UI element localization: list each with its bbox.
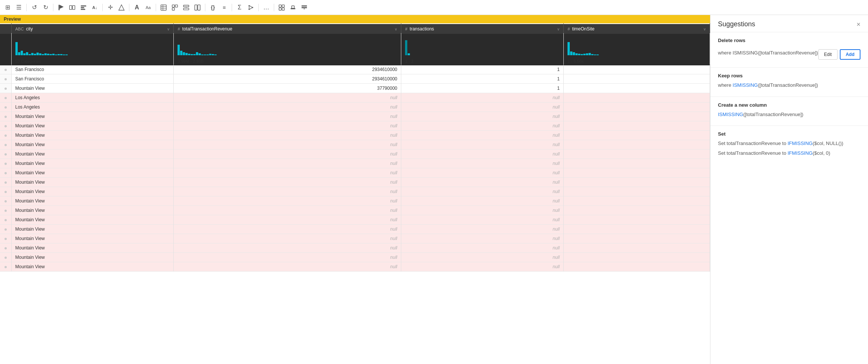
ifmissing-null-link[interactable]: IFMISSING xyxy=(788,140,812,146)
svg-rect-5 xyxy=(81,9,85,10)
histogram-transactions xyxy=(401,34,564,57)
cell-city: Mountain View xyxy=(11,178,174,187)
undo-icon[interactable]: ↺ xyxy=(30,3,39,12)
transform-icon[interactable] xyxy=(117,3,126,12)
main-layout: Preview ABC city ∨ # tota xyxy=(0,15,868,364)
delete-rows-text: where ISMISSING([totalTransactionRevenue… xyxy=(718,49,818,57)
table-row: Mountain Viewnullnull xyxy=(0,225,710,234)
text-icon[interactable]: A xyxy=(132,3,141,12)
col-header-timeonsite[interactable]: # timeOnSite ∨ xyxy=(564,24,710,34)
cell-transactions: null xyxy=(401,93,564,103)
cell-city: Mountain View xyxy=(11,150,174,159)
row-num xyxy=(0,65,11,74)
cell-revenue: null xyxy=(174,159,401,168)
col-label-city: city xyxy=(26,26,33,32)
cell-revenue: null xyxy=(174,168,401,178)
row-num xyxy=(0,93,11,103)
table-icon[interactable] xyxy=(159,3,168,12)
col-sort-timeonsite[interactable]: ∨ xyxy=(703,27,706,31)
svg-rect-33 xyxy=(303,8,305,9)
cell-timeonsite xyxy=(564,121,710,131)
cell-revenue: null xyxy=(174,178,401,187)
col-label-transactions: transactions xyxy=(410,26,434,32)
merge-rows-icon[interactable] xyxy=(182,3,191,12)
svg-rect-28 xyxy=(282,8,284,10)
suggestions-header: Suggestions × xyxy=(710,15,868,32)
table-row: Mountain Viewnullnull xyxy=(0,253,710,262)
stats-row: 53 Categories 3.99M - 2.93B 1 - 2 1 - 5.… xyxy=(0,57,710,66)
cell-transactions: null xyxy=(401,196,564,206)
table-row: Mountain Viewnullnull xyxy=(0,196,710,206)
pivot-icon[interactable] xyxy=(170,3,179,12)
data-area[interactable]: Preview ABC city ∨ # tota xyxy=(0,15,710,364)
col-header-transactions[interactable]: # transactions ∨ xyxy=(401,24,564,34)
branch-icon[interactable] xyxy=(246,3,255,12)
ifmissing-zero-link[interactable]: IFMISSING xyxy=(788,150,812,156)
row-num xyxy=(0,112,11,121)
layout-icon[interactable] xyxy=(300,3,309,12)
filter-icon[interactable]: ≡ xyxy=(220,3,229,12)
table-row: Mountain Viewnullnull xyxy=(0,159,710,168)
row-num xyxy=(0,225,11,234)
cell-timeonsite xyxy=(564,168,710,178)
col-sort-transactions[interactable]: ∨ xyxy=(557,27,560,31)
format-icon[interactable]: Aa xyxy=(144,3,153,12)
cell-revenue: null xyxy=(174,196,401,206)
more-icon[interactable]: … xyxy=(262,3,271,12)
divider-9 xyxy=(274,4,274,11)
lookup-icon[interactable] xyxy=(193,3,202,12)
row-num xyxy=(0,253,11,262)
divider-5 xyxy=(156,4,156,11)
table-row: Mountain Viewnullnull xyxy=(0,234,710,243)
close-button[interactable]: × xyxy=(856,21,860,28)
cell-revenue: null xyxy=(174,131,401,140)
row-num xyxy=(0,196,11,206)
cell-timeonsite xyxy=(564,150,710,159)
view-icon[interactable] xyxy=(277,3,286,12)
cell-revenue: null xyxy=(174,150,401,159)
cell-city: Mountain View xyxy=(11,121,174,131)
ismissing-create-link[interactable]: ISMISSING xyxy=(718,112,743,117)
move-icon[interactable]: ✛ xyxy=(106,3,115,12)
ismissing-delete-link[interactable]: ISMISSING xyxy=(733,50,758,56)
row-num xyxy=(0,243,11,253)
svg-rect-14 xyxy=(184,5,189,7)
col-header-city[interactable]: ABC city ∨ xyxy=(11,24,174,34)
cell-city: Mountain View xyxy=(11,243,174,253)
svg-point-19 xyxy=(249,5,250,6)
cell-timeonsite xyxy=(564,112,710,121)
sigma-icon[interactable]: Σ xyxy=(235,3,244,12)
ismissing-keep-link[interactable]: ISMISSING xyxy=(733,82,758,88)
cell-revenue: null xyxy=(174,112,401,121)
menu-icon[interactable]: ☰ xyxy=(14,3,23,12)
stats-transactions: 1 - 2 xyxy=(401,57,564,66)
cell-timeonsite xyxy=(564,206,710,215)
cell-revenue: null xyxy=(174,206,401,215)
redo-icon[interactable]: ↻ xyxy=(41,3,50,12)
row-num xyxy=(0,234,11,243)
cell-city: Mountain View xyxy=(11,187,174,196)
edit-button[interactable]: Edit xyxy=(818,49,838,60)
cell-transactions: null xyxy=(401,225,564,234)
cell-city: Los Angeles xyxy=(11,103,174,112)
col-type-city: ABC xyxy=(15,27,24,31)
arrange-col-icon[interactable] xyxy=(79,3,88,12)
delete-rows-item: where ISMISSING([totalTransactionRevenue… xyxy=(718,46,860,60)
split-col-icon[interactable] xyxy=(68,3,77,12)
stamp-icon[interactable] xyxy=(288,3,297,12)
flag-icon[interactable] xyxy=(56,3,65,12)
cell-timeonsite xyxy=(564,131,710,140)
curly-icon[interactable]: {} xyxy=(208,3,217,12)
grid-icon[interactable]: ⊞ xyxy=(3,3,12,12)
col-label-timeonsite: timeOnSite xyxy=(572,26,594,32)
col-header-revenue[interactable]: # totalTransactionRevenue ∨ xyxy=(174,24,401,34)
add-button[interactable]: Add xyxy=(840,49,860,60)
svg-rect-1 xyxy=(70,5,72,9)
svg-line-23 xyxy=(250,6,252,7)
cell-transactions: null xyxy=(401,159,564,168)
col-sort-revenue[interactable]: ∨ xyxy=(395,27,397,31)
sort-icon[interactable]: A↓ xyxy=(90,3,99,12)
cell-transactions: null xyxy=(401,121,564,131)
cell-timeonsite xyxy=(564,243,710,253)
col-sort-city[interactable]: ∨ xyxy=(167,27,170,31)
